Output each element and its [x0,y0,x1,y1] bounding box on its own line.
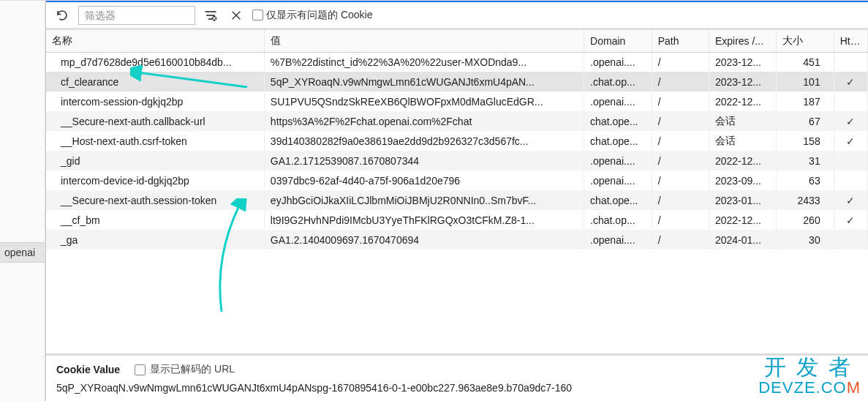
cell-domain: chat.ope... [584,131,652,151]
cell-domain: .openai.... [584,151,652,170]
check-icon: ✓ [846,195,855,206]
cell-domain: chat.ope... [584,111,652,131]
cell-path: / [652,190,709,210]
col-header-domain[interactable]: Domain [584,30,652,52]
devtools-cookies-panel: openai 仅显示有 [0,0,868,401]
cell-httponly [834,52,867,72]
decoded-url-label: 显示已解码的 URL [150,363,235,376]
cell-name: intercom-device-id-dgkjq2bp [46,170,264,190]
cell-expires: 会话 [709,111,777,131]
table-header-row: 名称 值 Domain Path Expires /... 大小 HttpO [46,30,868,52]
table-row[interactable]: __Host-next-auth.csrf-token39d140380282f… [46,131,868,151]
cell-value: SU1PVU5QSndzSkREeXB6QlBWOFpxM0dMaGlucEdG… [264,91,584,111]
problem-cookies-checkbox[interactable]: 仅显示有问题的 Cookie [252,9,372,22]
cell-expires: 2023-12... [709,52,777,72]
cell-value: 5qP_XYRoaqN.v9wNmgwLmn61cWUGANJt6xmU4pAN… [264,72,584,91]
table-row[interactable]: mp_d7d7628de9d5e6160010b84db...%7B%22dis… [46,52,868,72]
table-row[interactable]: __Secure-next-auth.callback-urlhttps%3A%… [46,111,868,131]
filter-input[interactable] [78,6,195,25]
table-row[interactable]: __cf_bmlt9I9G2HvhNPdi9IMcbU3YyeThFKlRGQx… [46,210,868,230]
toolbar: 仅显示有问题的 Cookie [46,1,868,30]
cell-size: 101 [777,72,834,91]
col-header-path[interactable]: Path [652,30,709,52]
col-header-value[interactable]: 值 [264,30,584,52]
cell-expires: 2023-12... [709,72,777,91]
cell-value: eyJhbGciOiJkaXIiLCJlbmMiOiJBMjU2R0NNIn0.… [264,190,584,210]
cell-domain: .openai.... [584,230,652,250]
cell-size: 2433 [777,190,834,210]
cell-size: 260 [777,210,834,230]
filter-options-button[interactable] [201,6,220,25]
refresh-button[interactable] [52,5,72,26]
cell-value: https%3A%2F%2Fchat.openai.com%2Fchat [264,111,584,131]
cell-name: _gid [46,151,264,170]
cell-size: 31 [777,151,834,170]
cell-domain: .chat.op... [584,72,652,91]
cell-expires: 2024-01... [709,230,777,250]
detail-key-label: Cookie Value [56,364,120,375]
cell-name: mp_d7d7628de9d5e6160010b84db... [46,52,264,72]
cell-httponly: ✓ [834,210,867,230]
col-header-expires[interactable]: Expires /... [709,30,777,52]
cell-size: 67 [777,111,834,131]
cell-name: intercom-session-dgkjq2bp [46,91,264,111]
col-header-name[interactable]: 名称 [46,30,264,52]
table-row[interactable]: _gaGA1.2.1404009697.1670470694.openai...… [46,230,868,250]
decoded-url-checkbox[interactable]: 显示已解码的 URL [135,363,235,376]
cell-domain: .chat.op... [584,210,652,230]
cell-httponly [834,230,867,250]
cell-expires: 2022-12... [709,151,777,170]
cell-path: / [652,111,709,131]
col-header-size[interactable]: 大小 [777,30,834,52]
check-icon: ✓ [846,135,855,147]
cell-domain: .openai.... [584,52,652,72]
cell-httponly [834,170,867,190]
cell-expires: 2023-09... [709,170,777,190]
check-icon: ✓ [846,76,855,88]
cell-path: / [652,72,709,91]
problem-cookies-label: 仅显示有问题的 Cookie [266,9,372,22]
table-row[interactable]: intercom-device-id-dgkjq2bp0397dbc9-62af… [46,170,868,190]
cell-httponly: ✓ [834,72,867,91]
cookie-value-text[interactable]: 5qP_XYRoaqN.v9wNmgwLmn61cWUGANJt6xmU4pAN… [56,382,858,394]
cell-path: / [652,52,709,72]
sidebar-selected-item[interactable]: openai [0,242,45,263]
clear-button[interactable] [226,5,246,26]
cell-expires: 2022-12... [709,91,777,111]
checkbox-icon [135,364,146,375]
cell-domain: .openai.... [584,91,652,111]
cell-path: / [652,210,709,230]
table-row[interactable]: __Secure-next-auth.session-tokeneyJhbGci… [46,190,868,210]
table-row[interactable]: cf_clearance5qP_XYRoaqN.v9wNmgwLmn61cWUG… [46,72,868,91]
check-icon: ✓ [846,116,855,127]
cell-path: / [652,230,709,250]
cell-size: 451 [777,52,834,72]
cell-size: 187 [777,91,834,111]
cell-httponly: ✓ [834,190,867,210]
cell-name: __cf_bm [46,210,264,230]
cell-size: 30 [777,230,834,250]
cell-value: lt9I9G2HvhNPdi9IMcbU3YyeThFKlRGQxO3tCFkM… [264,210,584,230]
cell-size: 63 [777,170,834,190]
cell-value: GA1.2.1712539087.1670807344 [264,151,584,170]
cell-name: _ga [46,230,264,250]
cell-path: / [652,91,709,111]
cell-httponly [834,91,867,111]
cell-value: 39d140380282f9a0e38619ae2dd9d2b926327c3d… [264,131,584,151]
col-header-http[interactable]: HttpO [834,30,867,52]
main-panel: 仅显示有问题的 Cookie 名称 值 Domain Path Expires … [45,1,868,401]
check-icon: ✓ [846,214,855,226]
cookies-table: 名称 值 Domain Path Expires /... 大小 HttpO m… [46,30,868,353]
cell-value: 0397dbc9-62af-4d40-a75f-906a1d20e796 [264,170,584,190]
cookie-detail-panel: Cookie Value 显示已解码的 URL 5qP_XYRoaqN.v9wN… [46,353,868,401]
table-row[interactable]: _gidGA1.2.1712539087.1670807344.openai..… [46,151,868,170]
cell-domain: chat.ope... [584,190,652,210]
cell-value: GA1.2.1404009697.1670470694 [264,230,584,250]
cell-expires: 2022-12... [709,210,777,230]
cell-name: __Host-next-auth.csrf-token [46,131,264,151]
cell-path: / [652,170,709,190]
cell-name: __Secure-next-auth.session-token [46,190,264,210]
cell-path: / [652,151,709,170]
table-row[interactable]: intercom-session-dgkjq2bpSU1PVU5QSndzSkR… [46,91,868,111]
cell-name: cf_clearance [46,72,264,91]
